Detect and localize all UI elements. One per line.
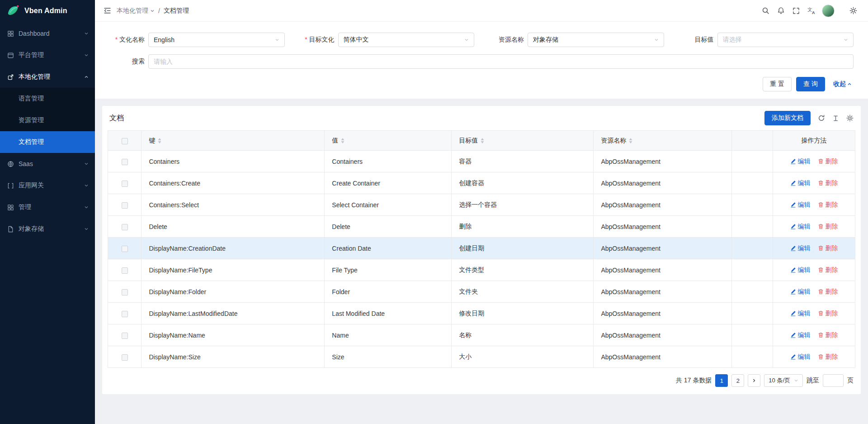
bell-icon[interactable] <box>773 3 788 19</box>
delete-button[interactable]: 删除 <box>818 331 838 339</box>
cell-target-value: 大小 <box>452 346 594 368</box>
trash-icon <box>818 289 824 295</box>
query-button[interactable]: 查 询 <box>796 77 825 91</box>
page-button-1[interactable]: 1 <box>715 374 728 387</box>
row-checkbox[interactable] <box>122 311 128 317</box>
cell-target-value: 名称 <box>452 324 594 346</box>
table-row: Containers Containers 容器 AbpOssManagemen… <box>108 151 855 172</box>
add-document-button[interactable]: 添加新文档 <box>764 111 811 125</box>
delete-button[interactable]: 删除 <box>818 201 838 209</box>
search-input[interactable] <box>148 54 854 69</box>
column-header-2[interactable]: 目标值 <box>452 131 594 151</box>
field-target-value: 目标值 请选择 <box>675 33 854 47</box>
sidebar-item-2[interactable]: 本地化管理 <box>0 66 95 88</box>
jump-page-input[interactable] <box>823 374 844 387</box>
cell-resource-name: AbpOssManagement <box>594 194 732 216</box>
delete-button[interactable]: 删除 <box>818 310 838 318</box>
row-checkbox[interactable] <box>122 224 128 230</box>
trash-icon <box>818 354 824 360</box>
column-header-0[interactable]: 键 <box>142 131 325 151</box>
chevron-down-icon <box>84 205 89 210</box>
cell-empty <box>732 238 773 259</box>
cell-resource-name: AbpOssManagement <box>594 303 732 324</box>
edit-button[interactable]: 编辑 <box>790 288 811 296</box>
delete-button[interactable]: 删除 <box>818 223 838 231</box>
row-checkbox[interactable] <box>122 333 128 339</box>
avatar[interactable] <box>822 5 835 17</box>
delete-button[interactable]: 删除 <box>818 266 838 274</box>
search-icon[interactable] <box>758 3 773 19</box>
cell-empty <box>732 172 773 194</box>
row-checkbox[interactable] <box>122 289 128 295</box>
field-label: 资源名称 <box>485 36 524 44</box>
edit-button[interactable]: 编辑 <box>790 331 811 339</box>
cell-key: DisplayName:CreationDate <box>142 238 325 259</box>
delete-button[interactable]: 删除 <box>818 244 838 252</box>
row-checkbox[interactable] <box>122 159 128 165</box>
row-checkbox[interactable] <box>122 246 128 252</box>
culture-name-select[interactable]: English <box>148 33 285 47</box>
delete-button[interactable]: 删除 <box>818 157 838 166</box>
trash-icon <box>818 202 824 208</box>
edit-button[interactable]: 编辑 <box>790 310 811 318</box>
settings-gear-icon[interactable] <box>845 3 861 19</box>
sidebar-item-5[interactable]: 管理 <box>0 196 95 218</box>
column-settings-icon[interactable] <box>846 114 854 122</box>
refresh-icon[interactable] <box>818 114 825 122</box>
cell-value: Last Modified Date <box>325 303 452 324</box>
row-height-icon[interactable] <box>832 115 839 122</box>
edit-button[interactable]: 编辑 <box>790 353 811 361</box>
column-header-1[interactable]: 值 <box>325 131 452 151</box>
edit-button[interactable]: 编辑 <box>790 179 811 187</box>
content: 文化名称 English 目标文化 简体中文 <box>95 22 868 424</box>
cell-key: DisplayName:Name <box>142 324 325 346</box>
collapse-link[interactable]: 收起 <box>833 80 852 88</box>
edit-button[interactable]: 编辑 <box>790 244 811 252</box>
trash-icon <box>818 180 824 186</box>
logo[interactable]: Vben Admin <box>0 0 95 22</box>
resource-name-select[interactable]: 对象存储 <box>528 33 664 47</box>
column-header-3[interactable]: 资源名称 <box>594 131 732 151</box>
delete-button[interactable]: 删除 <box>818 179 838 187</box>
target-culture-select[interactable]: 简体中文 <box>338 33 475 47</box>
sidebar-item-label: Saas <box>19 160 84 167</box>
field-label: 目标文化 <box>296 36 335 44</box>
sidebar-item-6[interactable]: 对象存储 <box>0 218 95 240</box>
jump-unit: 页 <box>847 376 854 385</box>
sidebar-subitem-0[interactable]: 语言管理 <box>0 88 95 110</box>
cell-resource-name: AbpOssManagement <box>594 238 732 259</box>
delete-button[interactable]: 删除 <box>818 353 838 361</box>
row-checkbox[interactable] <box>122 181 128 187</box>
page-size-select[interactable]: 10 条/页 <box>764 374 803 387</box>
row-checkbox[interactable] <box>122 267 128 274</box>
sort-icons <box>481 138 484 143</box>
breadcrumb: 本地化管理 / 文档管理 <box>117 7 189 15</box>
sidebar-item-0[interactable]: Dashboard <box>0 23 95 44</box>
target-value-select[interactable]: 请选择 <box>717 33 854 47</box>
column-header-5: 操作方法 <box>773 131 855 151</box>
row-checkbox[interactable] <box>122 354 128 361</box>
cell-empty <box>732 151 773 172</box>
next-page-button[interactable] <box>748 374 760 387</box>
row-checkbox[interactable] <box>122 202 128 209</box>
fullscreen-icon[interactable] <box>788 3 804 19</box>
page-button-2[interactable]: 2 <box>731 374 744 387</box>
edit-button[interactable]: 编辑 <box>790 223 811 231</box>
edit-button[interactable]: 编辑 <box>790 266 811 274</box>
select-all-checkbox[interactable] <box>122 138 128 144</box>
translate-icon[interactable]: 文A <box>804 3 819 19</box>
edit-button[interactable]: 编辑 <box>790 201 811 209</box>
field-label: 目标值 <box>675 36 714 44</box>
sidebar-fold-icon[interactable] <box>99 3 115 19</box>
sidebar-subitem-2[interactable]: 文档管理 <box>0 131 95 153</box>
reset-button[interactable]: 重 置 <box>763 77 792 91</box>
sidebar-subitem-label: 语言管理 <box>19 95 44 103</box>
sidebar-item-4[interactable]: 应用网关 <box>0 175 95 196</box>
delete-button[interactable]: 删除 <box>818 288 838 296</box>
sidebar-subitem-1[interactable]: 资源管理 <box>0 110 95 131</box>
edit-button[interactable]: 编辑 <box>790 157 811 166</box>
breadcrumb-parent[interactable]: 本地化管理 <box>117 7 155 15</box>
sidebar-item-1[interactable]: 平台管理 <box>0 44 95 66</box>
sidebar-item-3[interactable]: Saas <box>0 153 95 175</box>
trash-icon <box>818 332 824 338</box>
